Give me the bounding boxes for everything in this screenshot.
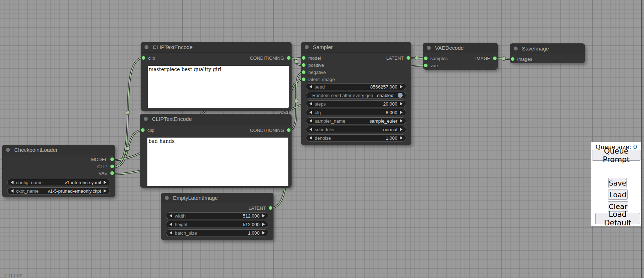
node-collapse-dot-icon[interactable] bbox=[165, 196, 169, 200]
widget-batch-size[interactable]: batch_size 1.000 bbox=[166, 229, 268, 236]
input-slot-latent-image[interactable]: latent_image bbox=[302, 76, 335, 83]
output-slot-dot-icon[interactable] bbox=[269, 206, 272, 210]
increment-arrow-icon[interactable] bbox=[400, 111, 403, 114]
input-slot-dot-icon[interactable] bbox=[511, 57, 514, 61]
input-slot-model[interactable]: model bbox=[302, 54, 321, 62]
output-slot-dot-icon[interactable] bbox=[493, 57, 497, 60]
input-slot-images[interactable]: images bbox=[511, 55, 532, 63]
node-title-bar[interactable]: CLIPTextEncode bbox=[140, 114, 292, 124]
decrement-arrow-icon[interactable] bbox=[309, 136, 312, 140]
increment-arrow-icon[interactable] bbox=[400, 85, 403, 89]
node-graph-canvas[interactable]: CheckpointLoader MODEL CLIP VAE config_n… bbox=[0, 0, 644, 278]
output-slot-vae[interactable]: VAE bbox=[99, 170, 114, 177]
node-collapse-dot-icon[interactable] bbox=[6, 148, 10, 152]
decrement-arrow-icon[interactable] bbox=[309, 119, 312, 123]
widget-seed[interactable]: seed 8566257.000 bbox=[306, 83, 406, 90]
output-slot-dot-icon[interactable] bbox=[287, 128, 290, 132]
node-collapse-dot-icon[interactable] bbox=[145, 45, 148, 49]
widget-ckpt-name[interactable]: ckpt_name v1-5-pruned-emaonly.ckpt bbox=[7, 187, 110, 194]
node-collapse-dot-icon[interactable] bbox=[305, 45, 309, 49]
load-default-button[interactable]: Load Default bbox=[595, 213, 640, 224]
increment-arrow-icon[interactable] bbox=[262, 214, 265, 218]
output-slot-model[interactable]: MODEL bbox=[91, 156, 114, 163]
toggle-dot-icon[interactable] bbox=[398, 93, 403, 98]
increment-arrow-icon[interactable] bbox=[104, 181, 106, 184]
node-collapse-dot-icon[interactable] bbox=[514, 47, 518, 50]
input-slot-dot-icon[interactable] bbox=[302, 56, 305, 60]
increment-arrow-icon[interactable] bbox=[262, 231, 265, 235]
decrement-arrow-icon[interactable] bbox=[309, 128, 312, 131]
output-slot-conditioning[interactable]: CONDITIONING bbox=[250, 54, 290, 62]
output-slot-conditioning[interactable]: CONDITIONING bbox=[250, 127, 290, 134]
input-slot-clip[interactable]: clip bbox=[142, 54, 155, 62]
decrement-arrow-icon[interactable] bbox=[169, 223, 172, 226]
input-slot-positive[interactable]: positive bbox=[302, 62, 324, 69]
load-button[interactable]: Load bbox=[608, 189, 628, 200]
decrement-arrow-icon[interactable] bbox=[169, 214, 172, 218]
widget-width[interactable]: width 512.000 bbox=[166, 212, 268, 219]
node-emptylatentimage[interactable]: EmptyLatentImage LATENT width 512.000 he… bbox=[161, 193, 273, 240]
queue-prompt-button[interactable]: Queue Prompt bbox=[592, 150, 640, 161]
node-checkpointloader[interactable]: CheckpointLoader MODEL CLIP VAE config_n… bbox=[2, 145, 115, 197]
output-slot-dot-icon[interactable] bbox=[110, 157, 114, 161]
widget-config-name[interactable]: config_name v1-inference.yaml bbox=[7, 179, 110, 186]
widget-random-seed-toggle[interactable]: Random seed after every gen enabled bbox=[306, 92, 406, 99]
input-slot-vae[interactable]: vae bbox=[424, 62, 438, 69]
input-slot-samples[interactable]: samples bbox=[424, 55, 447, 62]
increment-arrow-icon[interactable] bbox=[400, 119, 403, 123]
negative-prompt-textarea[interactable]: bad hands bbox=[147, 138, 288, 186]
increment-arrow-icon[interactable] bbox=[262, 223, 265, 226]
input-slot-dot-icon[interactable] bbox=[302, 63, 305, 67]
node-title: EmptyLatentImage bbox=[173, 195, 218, 201]
widget-denoise[interactable]: denoise 1.000 bbox=[306, 134, 406, 141]
output-slot-latent[interactable]: LATENT bbox=[248, 204, 272, 212]
node-title-bar[interactable]: CheckpointLoader bbox=[2, 145, 115, 155]
decrement-arrow-icon[interactable] bbox=[11, 181, 14, 184]
node-cliptextencode-negative[interactable]: CLIPTextEncode clip CONDITIONING bad han… bbox=[140, 114, 292, 188]
increment-arrow-icon[interactable] bbox=[400, 102, 403, 106]
decrement-arrow-icon[interactable] bbox=[309, 102, 312, 106]
widget-steps[interactable]: steps 20.000 bbox=[306, 100, 406, 107]
node-saveimage[interactable]: SaveImage images bbox=[510, 43, 585, 63]
decrement-arrow-icon[interactable] bbox=[11, 189, 14, 193]
widget-cfg[interactable]: cfg 8.000 bbox=[306, 109, 406, 116]
node-sampler[interactable]: Sampler model positive negative latent_i… bbox=[301, 42, 411, 145]
output-slot-latent[interactable]: LATENT bbox=[386, 54, 410, 62]
output-slot-dot-icon[interactable] bbox=[110, 171, 114, 175]
node-title-bar[interactable]: EmptyLatentImage bbox=[161, 193, 273, 203]
decrement-arrow-icon[interactable] bbox=[169, 231, 172, 235]
input-slot-negative[interactable]: negative bbox=[302, 69, 326, 76]
node-title-bar[interactable]: SaveImage bbox=[510, 43, 585, 54]
widget-scheduler[interactable]: scheduler normal bbox=[306, 126, 406, 133]
output-slot-clip[interactable]: CLIP bbox=[97, 163, 114, 170]
node-vaedecode[interactable]: VAEDecode samples vae IMAGE bbox=[423, 43, 498, 70]
output-slot-dot-icon[interactable] bbox=[110, 165, 114, 168]
output-slot-dot-icon[interactable] bbox=[407, 56, 410, 60]
widget-height[interactable]: height 512.000 bbox=[166, 221, 268, 228]
decrement-arrow-icon[interactable] bbox=[309, 85, 312, 89]
save-button[interactable]: Save bbox=[608, 178, 627, 188]
input-slot-dot-icon[interactable] bbox=[424, 57, 428, 60]
increment-arrow-icon[interactable] bbox=[400, 128, 403, 131]
input-slot-dot-icon[interactable] bbox=[424, 64, 428, 67]
node-title-bar[interactable]: CLIPTextEncode bbox=[141, 42, 292, 53]
increment-arrow-icon[interactable] bbox=[104, 189, 106, 193]
decrement-arrow-icon[interactable] bbox=[309, 111, 312, 114]
node-title-bar[interactable]: VAEDecode bbox=[423, 43, 498, 53]
input-slot-clip[interactable]: clip bbox=[141, 127, 155, 134]
input-slot-dot-icon[interactable] bbox=[302, 77, 305, 81]
node-title-bar[interactable]: Sampler bbox=[301, 42, 411, 53]
node-cliptextencode-positive[interactable]: CLIPTextEncode clip CONDITIONING masterp… bbox=[141, 42, 292, 111]
input-slot-dot-icon[interactable] bbox=[302, 70, 305, 74]
node-collapse-dot-icon[interactable] bbox=[144, 117, 148, 121]
input-slot-dot-icon[interactable] bbox=[142, 56, 145, 60]
output-slot-dot-icon[interactable] bbox=[287, 56, 290, 60]
input-slot-dot-icon[interactable] bbox=[141, 128, 145, 132]
output-slot-image[interactable]: IMAGE bbox=[475, 55, 497, 62]
node-title: CLIPTextEncode bbox=[152, 116, 192, 122]
node-collapse-dot-icon[interactable] bbox=[427, 46, 431, 50]
increment-arrow-icon[interactable] bbox=[400, 136, 403, 140]
scrollbar-line[interactable] bbox=[641, 0, 642, 278]
positive-prompt-textarea[interactable]: masterpiece best quality girl bbox=[148, 66, 289, 108]
widget-sampler-name[interactable]: sampler_name sample_euler bbox=[306, 117, 406, 124]
